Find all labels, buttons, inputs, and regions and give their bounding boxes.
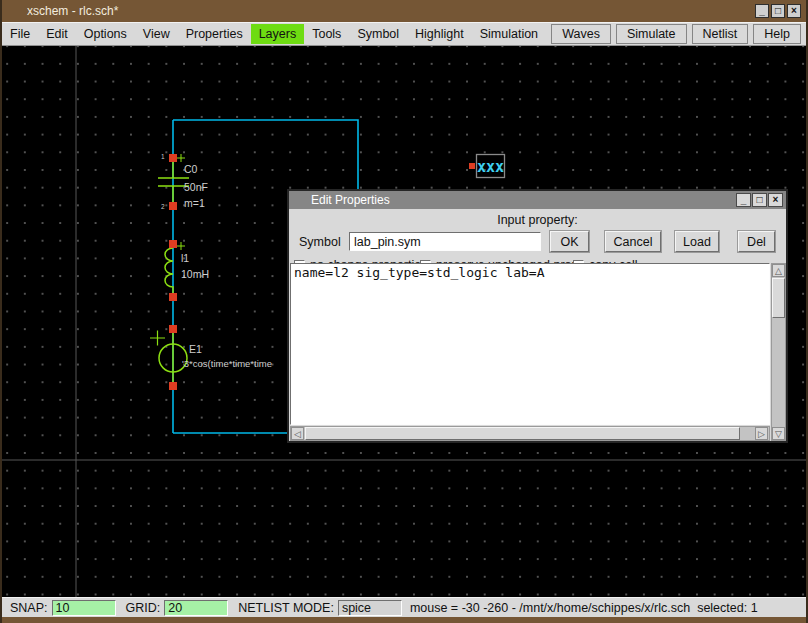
capacitor-c0[interactable]: 1 2 C0 50nF m=1: [158, 153, 208, 210]
window-controls: _ □ ×: [755, 4, 801, 18]
menu-properties[interactable]: Properties: [178, 24, 251, 44]
menu-highlight[interactable]: Highlight: [407, 24, 472, 44]
menu-tools[interactable]: Tools: [304, 24, 349, 44]
pin-square[interactable]: [169, 382, 177, 390]
menu-view[interactable]: View: [135, 24, 178, 44]
pin-number: 2: [161, 203, 165, 210]
help-button[interactable]: Help: [753, 24, 801, 44]
window-title: xschem - rlc.sch*: [27, 4, 118, 18]
arrow-up-icon[interactable]: △: [772, 264, 785, 277]
horizontal-scrollbar[interactable]: ◁ ▷: [290, 426, 770, 441]
window-titlebar[interactable]: xschem - rlc.sch* _ □ ×: [2, 0, 806, 22]
grid-label: GRID:: [126, 601, 161, 615]
pin-square[interactable]: [469, 163, 475, 169]
component-name: E1: [189, 343, 202, 355]
pin-number: 1: [161, 153, 165, 160]
net-label-xxx[interactable]: xxx: [469, 155, 505, 178]
mouse-status-text: mouse = -30 -260 - /mnt/x/home/schippes/…: [410, 601, 758, 615]
menu-simulation[interactable]: Simulation: [472, 24, 546, 44]
close-icon[interactable]: ×: [768, 193, 783, 207]
grid-input[interactable]: 20: [164, 600, 228, 616]
net-label-text: xxx: [477, 158, 504, 176]
simulate-button[interactable]: Simulate: [616, 24, 687, 44]
property-text-area-wrap: name=l2 sig_type=std_logic lab=A △ ▽ ◁ ▷: [290, 263, 786, 441]
pin-square[interactable]: [169, 240, 177, 248]
snap-input[interactable]: 10: [52, 600, 116, 616]
menu-options[interactable]: Options: [76, 24, 135, 44]
menu-symbol[interactable]: Symbol: [349, 24, 407, 44]
dialog-controls: _ □ ×: [736, 193, 783, 207]
xschem-window: xschem - rlc.sch* _ □ × File Edit Option…: [0, 0, 808, 623]
pin-square[interactable]: [169, 325, 177, 333]
waves-button[interactable]: Waves: [551, 24, 611, 44]
window-frame-bottom: [2, 617, 806, 623]
component-value: 10mH: [181, 268, 209, 280]
menu-layers[interactable]: Layers: [251, 24, 305, 44]
cancel-button[interactable]: Cancel: [605, 231, 661, 252]
component-param: m=1: [184, 197, 205, 209]
ok-button[interactable]: OK: [550, 231, 589, 252]
del-button[interactable]: Del: [738, 231, 775, 252]
edit-properties-dialog: Edit Properties _ □ × Input property: Sy…: [287, 189, 788, 443]
menu-file[interactable]: File: [2, 24, 38, 44]
maximize-icon[interactable]: □: [752, 193, 767, 207]
pin-square[interactable]: [169, 202, 177, 210]
component-name: l1: [181, 252, 189, 264]
netlist-button[interactable]: Netlist: [692, 24, 749, 44]
pin-square[interactable]: [169, 293, 177, 301]
dialog-title: Edit Properties: [311, 193, 390, 207]
arrow-left-icon[interactable]: ◁: [291, 427, 304, 440]
input-property-label: Input property:: [289, 213, 786, 227]
voltage-source-e1[interactable]: E1 '3*cos(time*time*time: [150, 325, 272, 390]
component-value: '3*cos(time*time*time: [182, 358, 272, 369]
netlist-mode-input[interactable]: spice: [338, 600, 402, 616]
inductor-l1[interactable]: l1 10mH: [165, 240, 209, 301]
status-bar: SNAP: 10 GRID: 20 NETLIST MODE: spice mo…: [2, 597, 806, 617]
arrow-down-icon[interactable]: ▽: [772, 427, 785, 440]
symbol-row: Symbol OK Cancel Load Del: [289, 230, 786, 256]
minimize-icon[interactable]: _: [755, 4, 769, 18]
arrow-right-icon[interactable]: ▷: [755, 427, 768, 440]
vertical-scrollbar[interactable]: △ ▽: [771, 263, 786, 441]
menu-right-buttons: Waves Simulate Netlist Help: [551, 24, 801, 44]
dialog-titlebar[interactable]: Edit Properties _ □ ×: [289, 191, 786, 209]
component-value: 50nF: [184, 181, 208, 193]
source-symbol: [150, 331, 187, 383]
menu-edit[interactable]: Edit: [38, 24, 76, 44]
close-icon[interactable]: ×: [787, 4, 801, 18]
menu-bar: File Edit Options View Properties Layers…: [2, 22, 806, 46]
horizontal-scrollbar-thumb[interactable]: [305, 427, 740, 440]
property-textarea[interactable]: name=l2 sig_type=std_logic lab=A: [290, 263, 770, 425]
symbol-input[interactable]: [349, 232, 541, 251]
snap-label: SNAP:: [10, 601, 48, 615]
symbol-label: Symbol: [299, 235, 341, 249]
component-name: C0: [184, 163, 198, 175]
maximize-icon[interactable]: □: [771, 4, 785, 18]
pin-square[interactable]: [169, 154, 177, 162]
vertical-scrollbar-thumb[interactable]: [772, 278, 785, 318]
load-button[interactable]: Load: [675, 231, 719, 252]
minimize-icon[interactable]: _: [736, 193, 751, 207]
netlist-mode-label: NETLIST MODE:: [238, 601, 334, 615]
